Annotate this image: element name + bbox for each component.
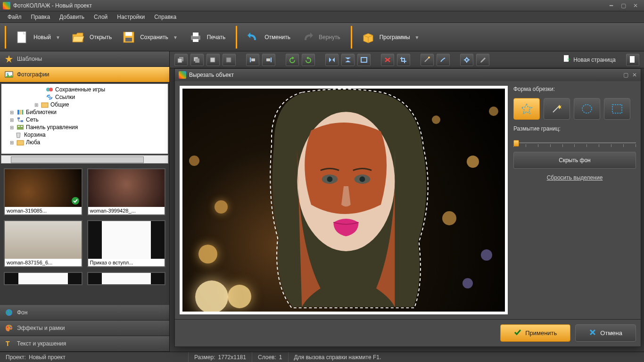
hide-background-button[interactable]: Скрыть фон bbox=[513, 152, 636, 169]
thumbnail[interactable] bbox=[87, 272, 166, 285]
rotate-right-button[interactable] bbox=[302, 54, 315, 66]
thumbnail[interactable] bbox=[4, 272, 83, 285]
fit-button[interactable] bbox=[357, 54, 371, 66]
new-page-label: Новая страница bbox=[573, 57, 616, 63]
menu-layer[interactable]: Слой bbox=[89, 12, 112, 22]
save-button[interactable]: Сохранить ▼ bbox=[116, 28, 183, 47]
expand-icon[interactable]: ⊞ bbox=[9, 117, 15, 123]
left-panel: Шаблоны Фотографии Сохраненные игры Ссыл… bbox=[0, 51, 170, 352]
expand-icon[interactable]: ⊞ bbox=[9, 125, 15, 130]
svg-rect-17 bbox=[17, 117, 20, 119]
minimize-icon[interactable]: ━ bbox=[605, 2, 617, 9]
redo-button[interactable]: Вернуть bbox=[295, 28, 345, 47]
cancel-button[interactable]: Отмена bbox=[575, 324, 636, 342]
chevron-down-icon[interactable]: ▼ bbox=[55, 35, 61, 40]
crop-button[interactable] bbox=[397, 54, 410, 66]
svg-rect-6 bbox=[193, 33, 198, 36]
tree-item-label: Корзина bbox=[24, 132, 46, 138]
svg-rect-37 bbox=[271, 58, 272, 62]
magic-wand-button[interactable] bbox=[421, 54, 434, 66]
expand-icon[interactable]: ⊞ bbox=[9, 140, 15, 145]
svg-text:+: + bbox=[567, 56, 570, 63]
chevron-down-icon[interactable]: ▼ bbox=[414, 35, 421, 40]
panel-templates[interactable]: Шаблоны bbox=[0, 51, 169, 67]
panel-templates-label: Шаблоны bbox=[17, 56, 42, 62]
dialog-maximize-icon[interactable]: ▢ bbox=[623, 72, 628, 78]
programs-button[interactable]: Программы ▼ bbox=[356, 28, 425, 47]
menu-edit[interactable]: Правка bbox=[26, 12, 55, 22]
thumbnail-label: woman-837156_6... bbox=[5, 259, 82, 266]
settings-button[interactable] bbox=[460, 54, 473, 66]
delete-button[interactable] bbox=[381, 54, 394, 66]
svg-rect-38 bbox=[266, 58, 270, 61]
panel-effects[interactable]: Эффекты и рамки bbox=[0, 321, 169, 336]
shape-freeform-button[interactable] bbox=[513, 98, 540, 120]
blur-slider[interactable] bbox=[513, 140, 636, 146]
svg-rect-58 bbox=[612, 105, 622, 113]
flip-horizontal-button[interactable] bbox=[325, 54, 339, 66]
svg-point-26 bbox=[9, 326, 10, 327]
save-floppy-icon bbox=[121, 30, 136, 45]
maximize-icon[interactable]: ▢ bbox=[618, 2, 629, 9]
svg-rect-22 bbox=[17, 140, 24, 145]
thumbnail[interactable]: woman-3999428_... bbox=[87, 168, 166, 215]
align-left-button[interactable] bbox=[246, 54, 259, 66]
thumbnail[interactable]: woman-319085... bbox=[4, 168, 83, 215]
delete-page-button[interactable] bbox=[626, 54, 639, 66]
menu-file[interactable]: Файл bbox=[3, 12, 26, 22]
layer-up-button[interactable] bbox=[206, 54, 220, 66]
redo-button-label: Вернуть bbox=[319, 34, 340, 41]
programs-button-label: Программы bbox=[380, 34, 410, 41]
svg-marker-56 bbox=[521, 104, 532, 114]
shape-magic-wand-button[interactable] bbox=[544, 98, 570, 120]
slider-thumb[interactable] bbox=[513, 140, 519, 147]
panel-background[interactable]: Фон bbox=[0, 305, 169, 321]
open-button[interactable]: Открыть bbox=[66, 28, 116, 47]
tree-item-label: Панель управления bbox=[26, 124, 78, 131]
horizontal-scrollbar[interactable] bbox=[1, 155, 168, 164]
chevron-down-icon[interactable]: ▼ bbox=[172, 35, 179, 40]
svg-point-47 bbox=[465, 58, 468, 61]
dialog-title-label: Вырезать объект bbox=[189, 72, 234, 78]
flip-vertical-button[interactable] bbox=[341, 54, 355, 66]
shape-ellipse-button[interactable] bbox=[574, 98, 600, 120]
layer-back-button[interactable] bbox=[190, 54, 204, 66]
menu-add[interactable]: Добавить bbox=[55, 12, 89, 22]
new-button[interactable]: Новый ▼ bbox=[10, 28, 66, 47]
undo-icon bbox=[246, 30, 261, 45]
thumbnail[interactable]: woman-837156_6... bbox=[4, 220, 83, 267]
close-icon[interactable]: ✕ bbox=[630, 2, 641, 9]
hide-background-label: Скрыть фон bbox=[559, 157, 590, 164]
svg-marker-43 bbox=[345, 58, 351, 59]
brush-button[interactable] bbox=[437, 54, 450, 66]
eyedropper-button[interactable] bbox=[476, 54, 489, 66]
align-right-button[interactable] bbox=[262, 54, 275, 66]
menu-help[interactable]: Справка bbox=[149, 12, 181, 22]
rotate-left-button[interactable] bbox=[286, 54, 299, 66]
main-toolbar: Новый ▼ Открыть Сохранить ▼ Печать Отмен… bbox=[0, 23, 644, 51]
canvas-area: + Новая страница Вырезать объект ▢ ✕ bbox=[170, 51, 644, 352]
svg-rect-19 bbox=[17, 125, 24, 130]
thumbnail[interactable]: Приказ о вступл... bbox=[87, 220, 166, 267]
expand-icon[interactable]: ⊞ bbox=[33, 102, 39, 107]
print-button[interactable]: Печать bbox=[183, 28, 230, 47]
panel-photos[interactable]: Фотографии bbox=[0, 67, 169, 82]
new-page-button[interactable]: + Новая страница bbox=[558, 53, 620, 66]
cut-object-dialog: Вырезать объект ▢ ✕ bbox=[174, 68, 641, 347]
svg-point-24 bbox=[6, 309, 12, 316]
svg-rect-7 bbox=[193, 39, 198, 42]
dialog-close-icon[interactable]: ✕ bbox=[632, 72, 637, 78]
layer-down-button[interactable] bbox=[223, 54, 236, 66]
expand-icon[interactable]: ⊞ bbox=[9, 110, 15, 115]
text-icon: T bbox=[5, 339, 13, 348]
apply-button[interactable]: Применить bbox=[500, 324, 570, 342]
layer-front-button[interactable] bbox=[174, 54, 188, 66]
shape-rectangle-button[interactable] bbox=[604, 98, 630, 120]
folder-tree[interactable]: Сохраненные игры Ссылки ⊞Общие ⊞Библиоте… bbox=[1, 83, 168, 154]
menu-settings[interactable]: Настройки bbox=[112, 12, 149, 22]
checkmark-icon bbox=[514, 329, 521, 337]
reset-selection-link[interactable]: Сбросить выделение bbox=[513, 174, 636, 181]
undo-button[interactable]: Отменить bbox=[241, 28, 295, 47]
image-preview[interactable] bbox=[182, 89, 505, 312]
panel-text[interactable]: T Текст и украшения bbox=[0, 336, 169, 352]
